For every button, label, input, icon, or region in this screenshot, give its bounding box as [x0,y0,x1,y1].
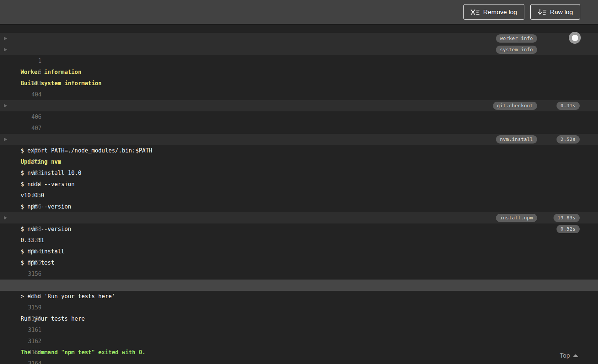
fold-toggle-icon[interactable] [4,104,7,108]
duration-badge: 0.32s [557,225,580,233]
raw-log-button[interactable]: Raw log [530,4,580,20]
raw-log-label: Raw log [550,9,573,15]
duration-badge: 0.31s [557,102,580,110]
log-line: 439 $ npm install install.npm 19.83s [0,212,598,223]
log-line: 3161 [0,302,598,313]
log-line: 424 $ export PATH=./node_modules/.bin:$P… [0,111,598,123]
duration-badge: 19.83s [554,214,580,222]
log-line: 426 $ nvm install 10.0 nvm.install 2.52s [0,134,598,145]
log-line: 3157 > echo 'Run your tests here' [0,257,598,268]
log-line: 1 Worker information worker_info [0,33,598,44]
log-line: 3163 [0,324,598,336]
log-line: 3156 > gatsby-starter-hello-world@ test … [0,246,598,257]
log-line: 3160 [0,291,598,302]
log-line: 434 v10.0.0 [0,156,598,167]
log-line: 404 Network availability confirmed. [0,67,598,78]
scroll-to-top-link[interactable]: Top [560,352,579,360]
build-log: 1 Worker information worker_info 6 Build… [0,25,598,364]
raw-log-icon [537,9,546,15]
log-line: 403 [0,55,598,67]
log-line: 435 $ npm --version [0,167,598,179]
duration-badge: 2.52s [557,135,580,144]
fold-tag: nvm.install [496,135,537,144]
toolbar: Remove log Raw log [0,0,598,25]
log-lines: 1 Worker information worker_info 6 Build… [0,33,598,347]
fold-tag: system_info [496,46,537,54]
fold-toggle-icon[interactable] [4,37,7,40]
fold-tag: worker_info [496,34,537,43]
remove-log-label: Remove log [483,9,517,15]
log-line: 3155 [0,235,598,246]
chevron-up-icon [573,354,579,357]
log-line: 3159 Run your tests here [0,280,598,291]
remove-log-button[interactable]: Remove log [463,4,524,20]
log-line: 6 Build system information system_info [0,44,598,55]
log-line: 436 5.6.0 [0,179,598,190]
log-line: 407 $ git clone --depth=50 https://githu… [0,100,598,111]
remove-log-icon [471,9,480,15]
log-line: 437 $ nvm --version [0,190,598,201]
log-position-indicator[interactable] [569,32,581,44]
fold-tag: install.npm [496,214,537,222]
log-line: 3162 The command "npm test" exited with … [0,313,598,324]
scroll-to-top-label: Top [560,352,570,360]
fold-toggle-icon[interactable] [4,216,7,220]
log-line: 3158 [0,268,598,280]
log-line: 406 [0,89,598,100]
log-line: 438 0.33.11 [0,201,598,212]
fold-toggle-icon[interactable] [4,48,7,52]
line-number[interactable]: 3163 [13,347,41,358]
log-line: 3154 $ npm test 0.32s [0,223,598,235]
log-line: 3164 Done. Your build exited with 0. [0,336,598,347]
fold-tag: git.checkout [493,102,537,110]
line-number[interactable]: 3164 [13,358,41,364]
log-line: 405 [0,78,598,89]
log-position-indicator-dot [572,35,578,41]
log-line: 425 Updating nvm [0,123,598,134]
log-line: 433 $ node --version [0,145,598,156]
fold-toggle-icon[interactable] [4,138,7,141]
